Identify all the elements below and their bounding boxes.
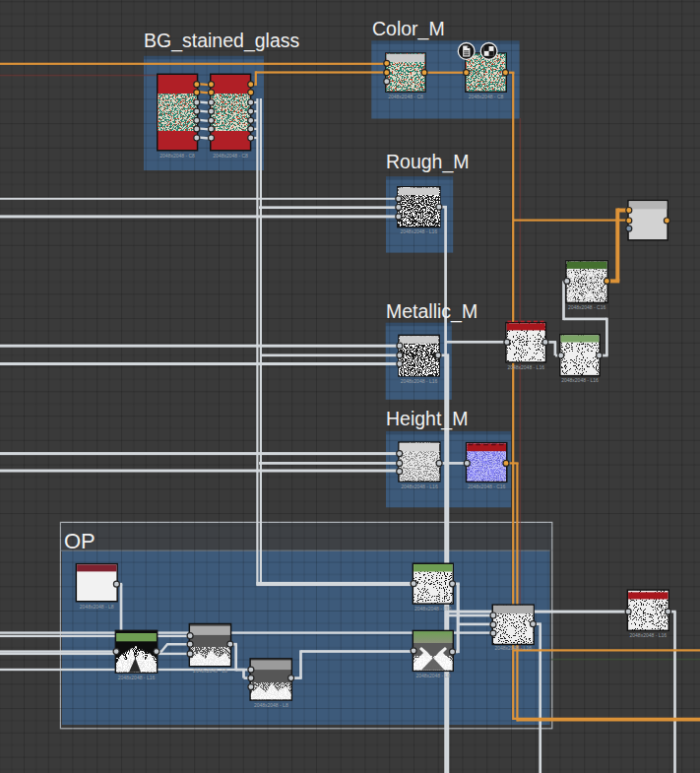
svg-text:2048x2048 - L16: 2048x2048 - L16 xyxy=(401,228,438,234)
svg-text:2048x2048 - L16: 2048x2048 - L16 xyxy=(414,606,452,612)
svg-text:BG_stained_glass: BG_stained_glass xyxy=(144,30,300,52)
svg-text:2048x2048 - C8: 2048x2048 - C8 xyxy=(388,94,423,99)
svg-text:2048x2048 - C8: 2048x2048 - C8 xyxy=(213,153,248,159)
svg-text:2048x2048 - L16: 2048x2048 - L16 xyxy=(630,632,668,638)
svg-text:2048x2048 - L16: 2048x2048 - L16 xyxy=(561,377,599,383)
svg-text:2048x2048 - L16: 2048x2048 - L16 xyxy=(118,675,156,680)
svg-text:2048x2048 - C8: 2048x2048 - C8 xyxy=(159,153,195,159)
svg-text:2048x2048 - L16: 2048x2048 - L16 xyxy=(494,645,532,651)
svg-text:2048x2048 - L8: 2048x2048 - L8 xyxy=(415,673,450,678)
svg-text:2048x2048 - C16: 2048x2048 - C16 xyxy=(568,304,606,310)
svg-text:2048x2048 - C8: 2048x2048 - C8 xyxy=(469,94,504,99)
svg-text:Metallic_M: Metallic_M xyxy=(386,300,477,323)
svg-text:OP: OP xyxy=(64,529,95,553)
svg-text:2048x2048 - L16: 2048x2048 - L16 xyxy=(507,364,544,370)
svg-text:2048x2048 - L16: 2048x2048 - L16 xyxy=(401,483,438,489)
svg-text:2048x2048 - L8: 2048x2048 - L8 xyxy=(193,668,227,674)
svg-text:2048x2048 - L16: 2048x2048 - L16 xyxy=(401,378,438,384)
svg-text:2048x2048 - L8: 2048x2048 - L8 xyxy=(80,604,114,610)
svg-text:Rough_M: Rough_M xyxy=(386,151,470,173)
svg-text:2048x2048 - C16: 2048x2048 - C16 xyxy=(468,483,506,489)
svg-text:Height_M: Height_M xyxy=(386,408,468,430)
svg-text:2048x2048 - L8: 2048x2048 - L8 xyxy=(254,702,288,708)
svg-text:Color_M: Color_M xyxy=(372,18,445,40)
